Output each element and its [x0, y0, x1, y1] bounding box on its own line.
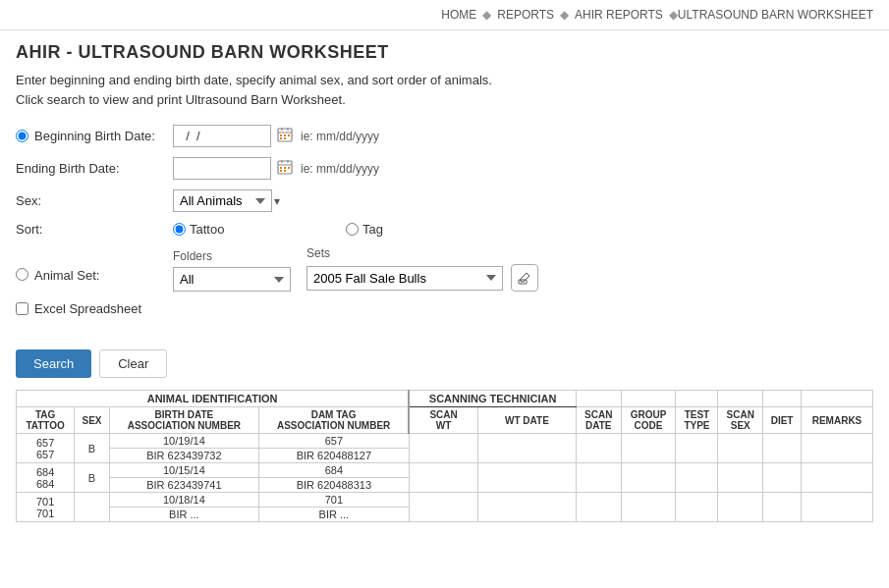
nav-reports[interactable]: REPORTS — [497, 8, 554, 22]
table-row: 701701 10/18/14 701 — [17, 493, 873, 508]
cell-scan-sex — [718, 434, 763, 463]
sex-label: Sex: — [16, 193, 173, 208]
svg-rect-14 — [284, 167, 286, 169]
sort-label: Sort: — [16, 222, 173, 237]
edit-set-button[interactable] — [511, 264, 538, 292]
cell-group-code — [621, 434, 676, 463]
table-container: ANIMAL IDENTIFICATION Scanning Technicia… — [0, 390, 889, 538]
col-birth-date-assoc: BIRTH DATEASSOCIATION NUMBER — [109, 407, 258, 434]
svg-rect-17 — [284, 170, 286, 172]
cell-birth-date: 10/15/14 — [109, 463, 258, 478]
search-button[interactable]: Search — [16, 349, 91, 378]
nav-ahir-reports[interactable]: AHIR REPORTS — [575, 8, 663, 22]
cell-scan-wt — [409, 434, 477, 463]
cell-test-type — [676, 493, 718, 522]
col-dam-tag-assoc: DAM TAGASSOCIATION NUMBER — [258, 407, 409, 434]
beginning-birth-radio[interactable] — [16, 130, 28, 142]
cell-group-code — [621, 463, 676, 493]
cell-dam-tag: 701 — [258, 493, 409, 508]
svg-rect-13 — [280, 167, 282, 169]
folders-label: Folders — [173, 249, 291, 263]
ending-birth-date-row: Ending Birth Date: ie: mm/dd/yyyy — [16, 157, 873, 180]
sort-tag-radio[interactable] — [346, 223, 359, 236]
nav-current: ULTRASOUND BARN WORKSHEET — [678, 8, 873, 22]
cell-tag: 701701 — [17, 493, 75, 522]
col-scan-date: ScanDate — [576, 407, 621, 434]
beginning-birth-date-row: Beginning Birth Date: ie: mm/dd/yyyy — [16, 125, 873, 147]
sets-group: Sets 2005 Fall Sale Bulls — [306, 246, 538, 292]
cell-dam-assoc: BIR 620488127 — [258, 449, 409, 463]
top-nav: HOME ◆ REPORTS ◆ AHIR REPORTS ◆ ULTRASOU… — [0, 0, 889, 30]
ending-birth-date-label: Ending Birth Date: — [16, 161, 173, 176]
excel-row: Excel Spreadsheet — [16, 301, 873, 316]
animal-set-row: Animal Set: Folders All Sets 2005 Fall S… — [16, 246, 873, 292]
cell-wt-date — [478, 463, 577, 493]
cell-birth-date: 10/18/14 — [109, 493, 258, 508]
page-description: Enter beginning and ending birth date, s… — [0, 67, 889, 121]
cell-test-type — [676, 463, 718, 493]
cell-scan-date — [576, 434, 621, 463]
svg-rect-4 — [280, 134, 282, 136]
animal-set-radio[interactable] — [16, 268, 28, 281]
sets-select[interactable]: 2005 Fall Sale Bulls — [306, 266, 503, 291]
cell-wt-date — [478, 493, 577, 522]
cell-diet — [763, 493, 802, 522]
cell-sex: B — [75, 463, 110, 493]
sex-row: Sex: All Animals Bulls Heifers ▾ — [16, 189, 873, 212]
results-table: ANIMAL IDENTIFICATION Scanning Technicia… — [16, 390, 873, 522]
svg-rect-15 — [288, 167, 290, 169]
svg-rect-6 — [288, 134, 290, 136]
cell-assoc-num: BIR 623439741 — [109, 478, 258, 493]
animal-set-radio-container[interactable]: Animal Set: — [16, 246, 173, 283]
cell-assoc-num: BIR ... — [109, 508, 258, 522]
col-header-animal-id: ANIMAL IDENTIFICATION — [17, 391, 410, 407]
col-diet: Diet — [763, 407, 802, 434]
folders-sets-container: Folders All Sets 2005 Fall Sale Bulls — [173, 246, 538, 292]
ending-birth-date-input[interactable] — [173, 157, 271, 180]
cell-remarks — [802, 434, 873, 463]
beginning-date-calendar-icon[interactable] — [275, 127, 295, 146]
page-title: AHIR - ULTRASOUND BARN WORKSHEET — [0, 30, 889, 67]
nav-home[interactable]: HOME — [441, 8, 476, 22]
beginning-radio-container[interactable]: Beginning Birth Date: — [16, 129, 173, 143]
ending-date-calendar-icon[interactable] — [275, 159, 295, 179]
svg-rect-16 — [280, 170, 282, 172]
excel-checkbox[interactable] — [16, 302, 28, 315]
sex-select[interactable]: All Animals Bulls Heifers — [173, 189, 272, 212]
sort-tag-label[interactable]: Tag — [346, 222, 503, 237]
cell-scan-date — [576, 493, 621, 522]
cell-remarks — [802, 493, 873, 522]
col-scan-wt: ScanWt — [409, 407, 477, 434]
sets-label: Sets — [306, 246, 538, 260]
svg-rect-7 — [280, 137, 282, 139]
sort-radio-group: Tattoo Tag — [173, 222, 503, 237]
cell-dam-assoc: BIR ... — [258, 508, 409, 522]
col-scan-sex: ScanSex — [718, 407, 763, 434]
cell-diet — [763, 434, 802, 463]
col-test-type: TestType — [676, 407, 718, 434]
svg-rect-8 — [284, 137, 286, 139]
cell-test-type — [676, 434, 718, 463]
beginning-date-format-hint: ie: mm/dd/yyyy — [301, 130, 379, 143]
cell-birth-date: 10/19/14 — [109, 434, 258, 449]
folders-group: Folders All — [173, 249, 291, 292]
cell-scan-date — [576, 463, 621, 493]
cell-sex: B — [75, 434, 110, 463]
table-row: 657657 B 10/19/14 657 — [17, 434, 873, 449]
clear-button[interactable]: Clear — [99, 349, 167, 378]
cell-assoc-num: BIR 623439732 — [109, 449, 258, 463]
cell-tag: 657657 — [17, 434, 75, 463]
cell-scan-sex — [718, 493, 763, 522]
beginning-birth-date-input[interactable] — [173, 125, 271, 147]
cell-sex — [75, 493, 110, 522]
excel-label: Excel Spreadsheet — [34, 301, 141, 316]
folders-select[interactable]: All — [173, 267, 291, 292]
form-section: Beginning Birth Date: ie: mm/dd/yyyy End… — [0, 121, 889, 334]
button-row: Search Clear — [0, 334, 889, 390]
col-sex: SEX — [75, 407, 110, 434]
table-row: 684684 B 10/15/14 684 — [17, 463, 873, 478]
cell-scan-sex — [718, 463, 763, 493]
sort-tattoo-label[interactable]: Tattoo — [173, 222, 330, 237]
svg-rect-5 — [284, 134, 286, 136]
sort-tattoo-radio[interactable] — [173, 223, 186, 236]
